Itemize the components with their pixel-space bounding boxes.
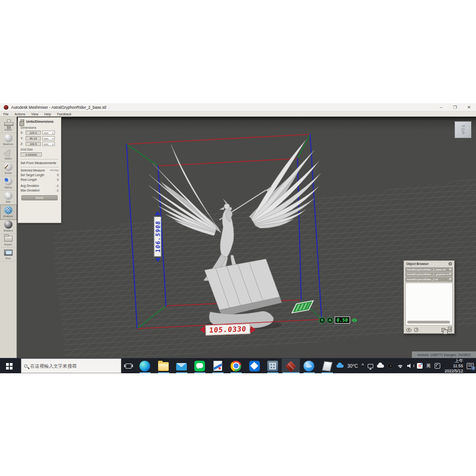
scrollbar[interactable]: [407, 321, 450, 324]
ime-language[interactable]: 英: [426, 363, 431, 369]
snap-step-arrows[interactable]: [351, 318, 357, 323]
tool-edit[interactable]: Edit: [0, 191, 16, 205]
mail-icon: [176, 363, 187, 370]
show-all-icon[interactable]: [406, 328, 411, 332]
set-from-measurements-title: Set From Measurements: [20, 161, 59, 165]
arrow-down-icon: [155, 258, 161, 262]
snap-a-button[interactable]: A: [327, 317, 333, 324]
delete-icon[interactable]: [448, 328, 452, 332]
onedrive-icon[interactable]: [377, 364, 384, 368]
notification-badge: 2: [471, 366, 476, 370]
dim-z-unit-select[interactable]: mm: [42, 142, 55, 146]
photo-editor-icon: [213, 361, 222, 371]
object-row-gryphon[interactable]: AstralGryphonRider_2_gryphon.stl: [405, 272, 453, 278]
width-measurement: 105.0330: [200, 324, 256, 335]
taskbar-search[interactable]: [21, 358, 121, 373]
history-icon[interactable]: [414, 328, 418, 332]
taskbar-app-edge[interactable]: [136, 358, 154, 373]
analysis-icon: [4, 206, 13, 214]
visibility-icon[interactable]: [449, 278, 452, 281]
gear-icon[interactable]: [449, 262, 452, 265]
minimize-button[interactable]: –: [434, 103, 448, 112]
line-app-icon: [194, 361, 205, 371]
done-button[interactable]: Done: [21, 195, 58, 200]
grid-size-label: Grid Size: [20, 148, 59, 151]
tool-select[interactable]: Select: [0, 147, 16, 162]
diamond-app-icon: [249, 361, 260, 371]
start-button[interactable]: [0, 358, 21, 373]
tray-chevron-icon[interactable]: ^: [362, 363, 364, 368]
tool-shaders[interactable]: Shaders: [0, 219, 16, 234]
view-cube[interactable]: TOP: [455, 121, 471, 138]
taskbar-app-notepad[interactable]: [318, 358, 336, 373]
action-center-icon[interactable]: 2: [467, 363, 474, 369]
taskbar-app-mail[interactable]: [172, 358, 191, 373]
dim-x-input[interactable]: 105.0: [26, 131, 41, 135]
meshmix-icon: [4, 134, 13, 142]
tool-import[interactable]: Import: [0, 119, 16, 133]
taskbar-app-photo-editor[interactable]: [209, 358, 227, 373]
menu-file[interactable]: File: [3, 112, 8, 116]
camera-icon[interactable]: [388, 364, 393, 368]
dim-x-unit-select[interactable]: mm: [42, 131, 55, 135]
dimensions-label: Dimensions: [20, 126, 59, 129]
tool-analysis[interactable]: Analysis: [0, 205, 16, 219]
taskbar-app-diamond[interactable]: [245, 358, 264, 373]
edit-icon: [4, 192, 13, 200]
menu-help[interactable]: Help: [44, 112, 51, 116]
time: 上午 11:55: [444, 358, 463, 369]
taskbar-app-line[interactable]: [191, 358, 209, 373]
task-view-button[interactable]: [121, 358, 136, 373]
edge-icon: [139, 361, 150, 371]
step-right-icon: [355, 318, 357, 323]
snap-s-button[interactable]: S: [319, 317, 325, 324]
units-dimensions-panel: Units/Dimensions Dimensions X: 105.0 mm …: [18, 117, 61, 223]
visibility-icon[interactable]: [449, 273, 452, 276]
search-input[interactable]: [30, 364, 118, 369]
ink-workspace-icon[interactable]: [435, 363, 440, 369]
meshmixer-taskbar-icon: [285, 361, 296, 372]
tool-stamp[interactable]: Stamp: [0, 176, 16, 191]
dim-z-input[interactable]: 106.5: [26, 142, 41, 146]
viewport-3d[interactable]: TOP 106.5908 105.0330 S A 0.50 Obje: [17, 117, 476, 358]
display-icon[interactable]: [368, 364, 373, 368]
maximize-button[interactable]: ❐: [448, 103, 462, 112]
date: 2022/5/12: [444, 369, 463, 374]
taskbar-app-calculator[interactable]: [264, 358, 282, 373]
taskbar-app-chrome[interactable]: [227, 358, 245, 373]
object-row-base[interactable]: AstralGryphonRider_2_base.stl: [405, 267, 453, 272]
taskbar-clock[interactable]: 上午 11:55 2022/5/12: [444, 358, 463, 374]
menu-view[interactable]: View: [31, 112, 38, 116]
tool-meshmix[interactable]: Meshmix: [0, 133, 16, 147]
dim-y-unit-select[interactable]: mm: [42, 136, 55, 140]
taskbar-app-meshmixer[interactable]: [282, 358, 300, 373]
dimensions-icon: [20, 119, 24, 123]
taskbar-app-browser-ball[interactable]: [300, 358, 318, 373]
temperature[interactable]: 30°C: [347, 364, 357, 369]
grid-size-input[interactable]: 4.000000: [20, 152, 42, 157]
system-tray: 30°C ^ S 英 上午 11:55 2022/5/12 2: [337, 358, 476, 373]
arrow-right-icon: [251, 326, 256, 333]
weather-cloud-icon[interactable]: [337, 364, 344, 368]
snap-value-display[interactable]: 0.50: [335, 317, 350, 324]
taskbar-app-file-explorer[interactable]: [154, 358, 172, 373]
arrow-left-icon: [200, 326, 205, 333]
volume-icon[interactable]: [407, 364, 413, 368]
meshmixer-app-icon: [4, 105, 8, 110]
duplicate-icon[interactable]: [442, 328, 445, 332]
wifi-icon[interactable]: [397, 364, 403, 369]
menu-feedback[interactable]: Feedback: [57, 112, 72, 116]
close-button[interactable]: ✕: [462, 103, 476, 112]
visibility-icon[interactable]: [449, 268, 452, 271]
ime-sogou-icon[interactable]: S: [417, 363, 423, 369]
chrome-icon: [231, 361, 241, 371]
tool-print[interactable]: Print: [0, 248, 16, 262]
object-browser-title: Object Browser: [406, 262, 429, 265]
menu-actions[interactable]: Actions: [14, 112, 25, 116]
tool-sculpt[interactable]: Sculpt: [0, 162, 16, 176]
file-explorer-icon: [158, 362, 169, 371]
browser-ball-icon: [304, 361, 314, 371]
dim-y-input[interactable]: 86.19: [26, 136, 41, 140]
object-row-rider[interactable]: AstralGryphonRider_2.stl: [405, 277, 453, 282]
tool-export[interactable]: Export: [0, 234, 16, 248]
